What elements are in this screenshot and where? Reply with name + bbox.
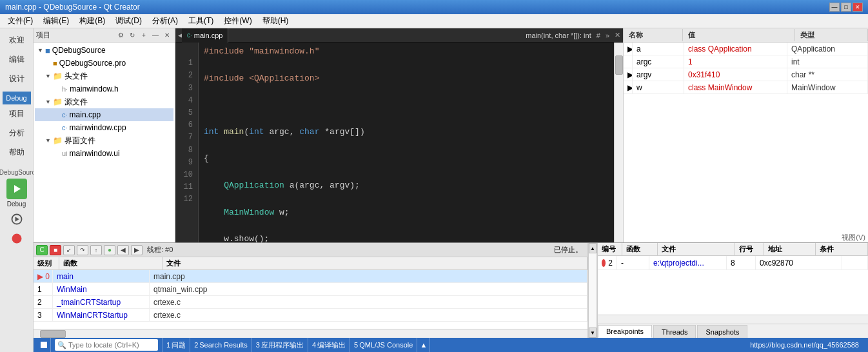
status-arrow-up[interactable]: ▲ (417, 338, 430, 352)
view-label: 视图(V) (842, 233, 865, 242)
bp-tab-breakpoints[interactable]: Breakpoints (598, 325, 652, 338)
var-expand-argv[interactable]: ▶ (624, 68, 633, 81)
call-row-3[interactable]: 3 WinMainCRTStartup crtexe.c (34, 309, 587, 322)
locate-input-wrapper[interactable]: 🔍 (55, 339, 158, 351)
continue-btn[interactable]: ● (104, 245, 115, 255)
sidebar-tab-welcome[interactable]: 欢迎 (3, 31, 31, 49)
code-line-1: #include "mainwindow.h" (204, 45, 609, 59)
run-button[interactable] (6, 179, 27, 199)
stop-debug-btn[interactable]: ■ (50, 245, 61, 255)
tree-item-mainwindow-ui[interactable]: ui mainwindow.ui (35, 147, 173, 160)
tree-item-sources[interactable]: ▼ 📁 源文件 (35, 95, 173, 108)
tree-item-root[interactable]: ▼ ■ QDebugSource (35, 44, 173, 57)
scroll-down[interactable]: ▼ (589, 328, 597, 338)
var-type-argc: int (787, 55, 868, 68)
status-tab-app-output[interactable]: 3 应用程序输出 (252, 338, 308, 352)
menu-file[interactable]: 文件(F) (3, 14, 38, 28)
editor-tab-label: main.cpp (194, 32, 223, 39)
var-expand-w[interactable]: ▶ (624, 81, 633, 93)
menu-debug[interactable]: 调试(D) (110, 14, 147, 28)
code-area: 1 2 3 4 5 6 7 8 9 10 11 12 #include "mai… (175, 43, 623, 242)
editor-scrollbar[interactable] (614, 43, 623, 242)
call-row-0[interactable]: ▶ 0 main main.cpp (34, 270, 587, 283)
sidebar-tab-help[interactable]: 帮助 (3, 143, 31, 161)
menu-build[interactable]: 构建(B) (74, 14, 110, 28)
bp-row-1[interactable]: 2 - e:\qtprojectdi... 8 0xc92870 (598, 256, 868, 270)
sidebar-tab-edit[interactable]: 编辑 (3, 50, 31, 68)
middle-scrollbar[interactable]: ▲ ▼ (588, 243, 597, 338)
var-row-w[interactable]: ▶ w class MainWindow MainWindow (624, 81, 868, 94)
hash-btn[interactable]: # (594, 32, 603, 39)
menu-analyze[interactable]: 分析(A) (147, 14, 183, 28)
close-tree-button[interactable]: ✕ (162, 30, 172, 41)
status-stop-btn[interactable] (37, 338, 51, 352)
bp-col-addr: 地址 (764, 243, 816, 255)
fwd-btn[interactable]: ▶ (131, 245, 143, 255)
close-button[interactable]: ✕ (853, 3, 863, 12)
tree-label-root: QDebugSource (52, 46, 106, 55)
sidebar-tab-design[interactable]: 设计 (3, 70, 31, 88)
status-tab-compile[interactable]: 4 编译输出 (308, 338, 350, 352)
code-content[interactable]: #include "mainwindow.h" #include <QAppli… (199, 43, 614, 242)
locate-input[interactable] (68, 341, 152, 349)
expand-editor-btn[interactable]: » (603, 32, 612, 39)
code-wrapper[interactable]: #include "mainwindow.h" #include <QAppli… (199, 43, 614, 242)
status-tab-search-results[interactable]: 2 Search Results (190, 338, 252, 352)
var-row-argc[interactable]: argc 1 int (624, 55, 868, 68)
call-row-1[interactable]: 1 WinMain qtmain_win.cpp (34, 283, 587, 296)
sidebar-tab-project[interactable]: 项目 (3, 104, 31, 122)
nav-left[interactable]: ◀ (175, 32, 182, 39)
filter-button[interactable]: ⚙ (115, 30, 126, 41)
var-name-argv: argv (633, 68, 684, 81)
file-tree-content: ▼ ■ QDebugSource ■ QDebugSource.pro ▼ 📁 (34, 43, 175, 242)
tree-label-headers: 头文件 (64, 71, 88, 82)
bp-tab-threads[interactable]: Threads (653, 325, 696, 338)
tab-label-issues: 问题 (172, 340, 186, 350)
bp-tab-snapshots[interactable]: Snapshots (697, 325, 747, 338)
bp-hscrollbar[interactable] (598, 315, 868, 324)
var-row-argv[interactable]: ▶ argv 0x31f410 char ** (624, 68, 868, 81)
console-hscrollbar[interactable] (34, 329, 587, 338)
menu-help[interactable]: 帮助(H) (257, 14, 294, 28)
svg-rect-4 (41, 342, 47, 348)
call-row-2[interactable]: 2 _tmainCRTStartup crtexe.c (34, 296, 587, 309)
status-tab-issues[interactable]: 1 问题 (163, 338, 190, 352)
search-wrapper[interactable]: 🔍 (51, 338, 163, 352)
minimize-button[interactable]: — (829, 3, 840, 12)
tree-item-mainwindow-cpp[interactable]: c· mainwindow.cpp (35, 121, 173, 134)
sidebar-tab-debug[interactable]: Debug (3, 92, 31, 104)
menu-controls[interactable]: 控件(W) (219, 14, 257, 28)
menu-tools[interactable]: 工具(T) (183, 14, 219, 28)
close-editor-btn[interactable]: ✕ (612, 31, 623, 39)
folder-icon-sources: 📁 (53, 97, 63, 106)
scroll-up[interactable]: ▲ (589, 243, 597, 253)
step-over-btn2[interactable]: ↷ (77, 245, 88, 255)
tree-label-ui-folder: 界面文件 (64, 135, 95, 146)
tree-item-main-cpp[interactable]: c· main.cpp (35, 108, 173, 121)
back-btn[interactable]: ◀ (117, 245, 129, 255)
tree-item-mainwindow-h[interactable]: h· mainwindow.h (35, 83, 173, 95)
step-out-btn[interactable]: ↑ (90, 245, 102, 255)
maximize-button[interactable]: □ (841, 3, 851, 12)
sync-button[interactable]: ↻ (127, 30, 137, 41)
menu-edit[interactable]: 编辑(E) (38, 14, 74, 28)
stop-button[interactable] (6, 231, 27, 246)
status-tab-qml[interactable]: 5 QML/JS Console (350, 338, 417, 352)
var-expand-a[interactable]: ▶ (624, 43, 633, 55)
expand-button[interactable]: + (139, 30, 149, 41)
sidebar-tab-analyze[interactable]: 分析 (3, 124, 31, 142)
tree-item-pro[interactable]: ■ QDebugSource.pro (35, 57, 173, 70)
play-icon (12, 184, 22, 194)
bp-line-1: 8 (727, 256, 756, 269)
step-over-button[interactable] (6, 211, 27, 227)
collapse-button[interactable]: — (150, 30, 161, 41)
var-row-a[interactable]: ▶ a class QApplication QApplication (624, 43, 868, 55)
window-controls: — □ ✕ (829, 3, 863, 12)
step-into-btn[interactable]: ↙ (63, 245, 75, 255)
tree-item-headers[interactable]: ▼ 📁 头文件 (35, 70, 173, 83)
tree-item-ui-folder[interactable]: ▼ 📁 界面文件 (35, 134, 173, 147)
run-debug-btn[interactable]: C (36, 245, 48, 255)
var-type-a: QApplication (787, 43, 868, 55)
call-fn-3: WinMainCRTStartup (53, 309, 150, 321)
editor-tab-main[interactable]: c· main.cpp (182, 28, 228, 43)
